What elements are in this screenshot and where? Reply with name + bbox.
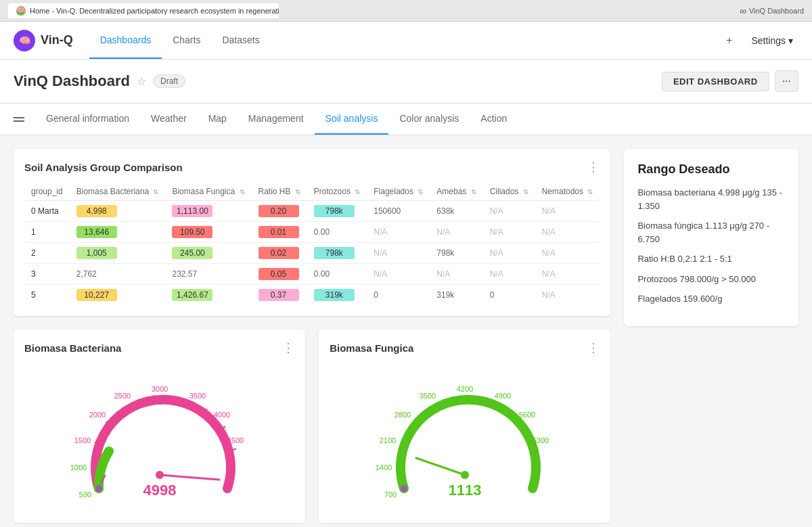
nav-datasets[interactable]: Datasets [211, 22, 270, 59]
col-ciliados[interactable]: Ciliados ⇅ [483, 183, 535, 201]
cell-ciliados: N/A [483, 264, 535, 285]
col-nematodos[interactable]: Nematodos ⇅ [535, 183, 600, 201]
main-content: Soil Analysis Group Comparison ⋮ group_i… [0, 135, 812, 527]
cell-biomasa-fungica: 232.57 [165, 264, 251, 285]
cell-biomasa-fungica: 1,113.00 [165, 201, 251, 222]
cell-ciliados: N/A [483, 243, 535, 264]
add-button[interactable]: + [721, 32, 738, 49]
browser-tab[interactable]: 🧠 Home - Vin-Q: Decentralized participat… [8, 3, 279, 18]
svg-text:4900: 4900 [495, 392, 511, 400]
content-right: Rango Deseado Biomasa bacteriana 4.998 μ… [624, 149, 798, 527]
svg-text:1000: 1000 [70, 463, 86, 472]
cell-biomasa-bacteriana: 10,227 [70, 285, 166, 306]
dashboard-link[interactable]: VinQ Dashboard [749, 7, 804, 15]
cell-ciliados: N/A [483, 222, 535, 243]
charts-row: Biomasa Bacteriana ⋮ 500 1000 1500 2000 … [14, 329, 610, 523]
tab-color-analysis[interactable]: Color analysis [388, 104, 470, 135]
cell-flagelados: N/A [367, 264, 430, 285]
cell-amebas: 798k [430, 243, 482, 264]
tab-management[interactable]: Management [238, 104, 315, 135]
table-menu-icon[interactable]: ⋮ [587, 160, 600, 175]
col-group-id: group_id [24, 183, 70, 201]
table-row: 2 1,005 245.00 0.02 798k N/A 798k N/A N/… [24, 243, 600, 264]
logo: 🧠 Vin-Q [14, 30, 73, 51]
rango-deseado-card: Rango Deseado Biomasa bacteriana 4.998 μ… [624, 149, 798, 326]
gauge-bacteriana-svg: 500 1000 1500 2000 2500 3000 3500 4000 4… [65, 370, 254, 505]
svg-text:1400: 1400 [376, 463, 392, 472]
settings-button[interactable]: Settings ▾ [746, 32, 798, 49]
dashboard-title: VinQ Dashboard [14, 72, 130, 90]
col-amebas[interactable]: Amebas ⇅ [430, 183, 482, 201]
table-title: Soil Analysis Group Comparison [24, 162, 183, 173]
infinity-icon: ∞ [740, 5, 746, 16]
svg-line-14 [153, 395, 154, 400]
edit-dashboard-button[interactable]: EDIT DASHBOARD [662, 72, 769, 91]
cell-protozoos: 798k [307, 243, 367, 264]
more-options-button[interactable]: ··· [775, 70, 798, 92]
cell-nematodos: N/A [535, 243, 600, 264]
rango-item: Flagelados 159.600/g [637, 292, 785, 306]
tab-map[interactable]: Map [198, 104, 238, 135]
cell-group-id: 0 Marta [24, 201, 70, 222]
col-ratio-hb[interactable]: Ratio HB ⇅ [252, 183, 307, 201]
chart-title-bacteriana: Biomasa Bacteriana [24, 342, 121, 354]
rango-title: Rango Deseado [637, 162, 785, 177]
svg-text:4000: 4000 [213, 411, 229, 419]
rango-item: Protozoos 798.000/g > 50.000 [637, 273, 785, 286]
table-row: 0 Marta 4,998 1,113.00 0.20 798k 150600 … [24, 201, 600, 222]
svg-text:2000: 2000 [89, 411, 105, 419]
chart-header-fungica: Biomasa Fungica ⋮ [330, 340, 600, 355]
svg-line-20 [160, 475, 219, 480]
chart-menu-fungica[interactable]: ⋮ [587, 340, 600, 355]
tab-soil-analysis[interactable]: Soil analysis [315, 104, 389, 135]
tab-action[interactable]: Action [470, 104, 518, 135]
cell-nematodos: N/A [535, 222, 600, 243]
rango-item: Ratio H:B 0,2:1 2:1 - 5:1 [637, 252, 785, 266]
dashboard-header: VinQ Dashboard ☆ Draft EDIT DASHBOARD ··… [0, 60, 812, 104]
cell-biomasa-bacteriana: 13,646 [70, 222, 166, 243]
soil-analysis-table-card: Soil Analysis Group Comparison ⋮ group_i… [14, 149, 610, 316]
cell-ratio-hb: 0.05 [252, 264, 307, 285]
svg-point-34 [461, 471, 469, 479]
cell-ciliados: 0 [483, 285, 535, 306]
tab-title: Home - Vin-Q: Decentralized participator… [30, 7, 279, 15]
cell-biomasa-bacteriana: 2,762 [70, 264, 166, 285]
cell-group-id: 3 [24, 264, 70, 285]
tab-general-information[interactable]: General information [35, 104, 140, 135]
table-card-header: Soil Analysis Group Comparison ⋮ [24, 160, 600, 175]
col-protozoos[interactable]: Protozoos ⇅ [307, 183, 367, 201]
tab-weather[interactable]: Weather [140, 104, 198, 135]
cell-flagelados: 150600 [367, 201, 430, 222]
cell-protozoos: 798k [307, 201, 367, 222]
tabs-container: General information Weather Map Manageme… [0, 104, 812, 135]
rango-item: Biomasa bacteriana 4.998 μg/g 135 - 1.35… [637, 186, 785, 212]
nav-charts[interactable]: Charts [162, 22, 211, 59]
cell-flagelados: N/A [367, 243, 430, 264]
collapse-button[interactable] [14, 117, 30, 122]
svg-text:5600: 5600 [519, 411, 535, 419]
svg-line-33 [416, 458, 465, 475]
chart-menu-bacteriana[interactable]: ⋮ [282, 340, 294, 355]
gauge-fungica-container: 700 1400 2100 2800 3500 4200 4900 5600 6… [330, 363, 600, 512]
col-flagelados[interactable]: Flagelados ⇅ [367, 183, 430, 201]
cell-nematodos: N/A [535, 201, 600, 222]
cell-amebas: N/A [430, 222, 482, 243]
content-left: Soil Analysis Group Comparison ⋮ group_i… [14, 149, 610, 527]
svg-text:3500: 3500 [189, 392, 205, 400]
svg-point-32 [401, 485, 407, 492]
biomasa-bacteriana-card: Biomasa Bacteriana ⋮ 500 1000 1500 2000 … [14, 329, 305, 523]
header-actions: + Settings ▾ [721, 32, 798, 49]
col-biomasa-fungica[interactable]: Biomasa Fungica ⇅ [165, 183, 251, 201]
svg-text:1500: 1500 [74, 436, 90, 444]
nav-dashboards[interactable]: Dashboards [89, 22, 162, 59]
col-biomasa-bacteriana[interactable]: Biomasa Bacteriana ⇅ [70, 183, 166, 201]
tab-favicon: 🧠 [16, 6, 26, 16]
gauge-bacteriana-container: 500 1000 1500 2000 2500 3000 3500 4000 4… [24, 363, 294, 512]
cell-nematodos: N/A [535, 285, 600, 306]
cell-biomasa-bacteriana: 1,005 [70, 243, 166, 264]
svg-text:4998: 4998 [143, 482, 176, 499]
cell-group-id: 1 [24, 222, 70, 243]
svg-text:700: 700 [384, 490, 397, 499]
star-icon[interactable]: ☆ [137, 75, 146, 88]
settings-chevron-icon: ▾ [788, 35, 793, 46]
